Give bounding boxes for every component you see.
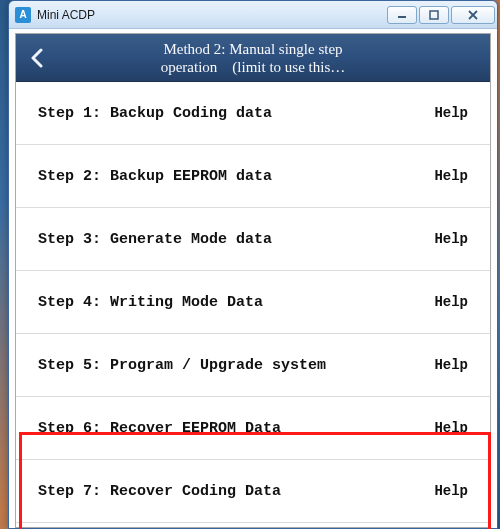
- minimize-button[interactable]: [387, 6, 417, 24]
- svg-rect-1: [430, 11, 438, 19]
- title-left: A Mini ACDP: [15, 7, 95, 23]
- help-button[interactable]: Help: [434, 231, 468, 247]
- step-row[interactable]: Step 5: Program / Upgrade system Help: [16, 334, 490, 397]
- step-row[interactable]: Step 7: Recover Coding Data Help: [16, 460, 490, 523]
- step-row[interactable]: Step 6: Recover EEPROM Data Help: [16, 397, 490, 460]
- maximize-button[interactable]: [419, 6, 449, 24]
- step-row[interactable]: Step 1: Backup Coding data Help: [16, 82, 490, 145]
- step-row[interactable]: Step 2: Backup EEPROM data Help: [16, 145, 490, 208]
- titlebar: A Mini ACDP: [9, 1, 497, 29]
- window-title: Mini ACDP: [37, 8, 95, 22]
- step-label: Step 4: Writing Mode Data: [38, 294, 263, 311]
- window-controls: [387, 6, 495, 24]
- back-button[interactable]: [16, 34, 58, 81]
- help-button[interactable]: Help: [434, 420, 468, 436]
- os-window: A Mini ACDP Method 2: Manual single step…: [8, 0, 498, 529]
- step-label: Step 5: Program / Upgrade system: [38, 357, 326, 374]
- app-icon: A: [15, 7, 31, 23]
- step-label: Step 2: Backup EEPROM data: [38, 168, 272, 185]
- app-header: Method 2: Manual single step operation (…: [16, 34, 490, 82]
- page-title: Method 2: Manual single step operation (…: [58, 40, 490, 76]
- step-label: Step 1: Backup Coding data: [38, 105, 272, 122]
- step-row[interactable]: Step 3: Generate Mode data Help: [16, 208, 490, 271]
- close-button[interactable]: [451, 6, 495, 24]
- step-row[interactable]: Step 4: Writing Mode Data Help: [16, 271, 490, 334]
- help-button[interactable]: Help: [434, 168, 468, 184]
- steps-list: Step 1: Backup Coding data Help Step 2: …: [16, 82, 490, 523]
- app-frame: Method 2: Manual single step operation (…: [15, 33, 491, 528]
- help-button[interactable]: Help: [434, 357, 468, 373]
- page-title-line2: operation (limit to use this…: [161, 59, 346, 75]
- help-button[interactable]: Help: [434, 483, 468, 499]
- step-label: Step 7: Recover Coding Data: [38, 483, 281, 500]
- help-button[interactable]: Help: [434, 294, 468, 310]
- step-label: Step 6: Recover EEPROM Data: [38, 420, 281, 437]
- step-label: Step 3: Generate Mode data: [38, 231, 272, 248]
- page-title-line1: Method 2: Manual single step: [163, 41, 342, 57]
- help-button[interactable]: Help: [434, 105, 468, 121]
